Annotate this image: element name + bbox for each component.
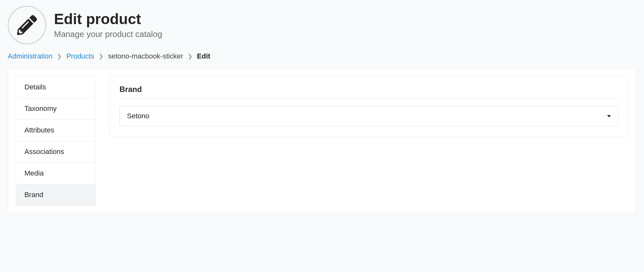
brand-select[interactable]: Setono	[120, 106, 618, 126]
tab-brand[interactable]: Brand	[16, 184, 96, 205]
pencil-icon	[8, 6, 46, 44]
tab-taxonomy[interactable]: Taxonomy	[16, 98, 96, 120]
page-subtitle: Manage your product catalog	[54, 29, 162, 39]
breadcrumb-slug: setono-macbook-sticker	[108, 52, 183, 60]
chevron-right-icon: ❯	[57, 53, 62, 60]
tab-associations[interactable]: Associations	[16, 141, 96, 163]
brand-select-value: Setono	[127, 112, 149, 120]
breadcrumb-administration[interactable]: Administration	[8, 52, 52, 60]
tab-attributes[interactable]: Attributes	[16, 120, 96, 141]
chevron-right-icon: ❯	[99, 53, 103, 60]
chevron-right-icon: ❯	[188, 53, 192, 60]
breadcrumb-current: Edit	[197, 52, 210, 60]
tab-details[interactable]: Details	[16, 77, 96, 98]
caret-down-icon	[607, 115, 611, 117]
brand-panel: Brand Setono	[110, 76, 628, 136]
breadcrumb: Administration ❯ Products ❯ setono-macbo…	[8, 52, 636, 60]
page-title: Edit product	[54, 11, 162, 27]
tab-list: Details Taxonomy Attributes Associations…	[16, 76, 96, 206]
tab-media[interactable]: Media	[16, 163, 96, 184]
panel-title: Brand	[120, 85, 618, 99]
page-header: Edit product Manage your product catalog	[8, 6, 636, 44]
content-area: Details Taxonomy Attributes Associations…	[8, 68, 636, 214]
breadcrumb-products[interactable]: Products	[66, 52, 94, 60]
